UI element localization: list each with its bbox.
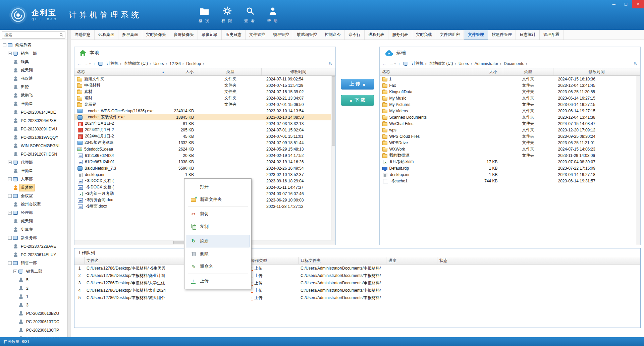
collapse-icon[interactable]: − (8, 194, 12, 198)
tab-实时负载[interactable]: 实时负载 (412, 30, 436, 40)
column-header-类型[interactable]: 类型 (503, 68, 553, 75)
tree-node-PC-20210819WQQY[interactable]: PC-20210819WQQY (0, 133, 67, 141)
tab-服务列表[interactable]: 服务列表 (388, 30, 412, 40)
tree-node-PC-20230613BZU[interactable]: PC-20230613BZU (0, 309, 67, 318)
file-row-desktop.ini[interactable]: desktop.ini1 KB2023-06-14 19:27:18 (380, 171, 636, 178)
tree-node-武鹏飞[interactable]: 武鹏飞 (0, 91, 67, 100)
history-dropdown-icon[interactable]: ▾ (394, 62, 396, 65)
search-input[interactable] (2, 31, 65, 39)
tab-文件管控[interactable]: 文件管控 (246, 30, 269, 40)
column-header-大小[interactable]: 大小 (167, 68, 199, 75)
tree-node-PC-20230722BAVE[interactable]: PC-20230722BAVE (0, 242, 67, 250)
file-row-My Videos[interactable]: My Videos文件夹2023-06-14 19:27:15 (380, 108, 636, 114)
column-header-类型[interactable]: 类型 (199, 68, 262, 75)
file-row-裕财[interactable]: 裕财文件夹2024-02-21 13:34:07 (74, 95, 331, 101)
queue-row-2[interactable]: 2C:/Users/12786/Desktop/申报材料/商业计划↑上传C:/U… (74, 272, 640, 279)
refresh-icon[interactable]: ↻ (329, 61, 333, 66)
tree-node-PC-20230209HDVU[interactable]: PC-20230209HDVU (0, 125, 67, 133)
up-icon[interactable]: ↑ (93, 61, 96, 66)
tree-node-PC-20230206VPXR[interactable]: PC-20230206VPXR (0, 116, 67, 125)
queue-row-4[interactable]: 4C:/Users/12786/Desktop/申报材料/泉山2024↑上传C:… (74, 287, 640, 294)
local-vscrollbar[interactable] (331, 76, 335, 240)
file-row-61f2c867d24b0f[interactable]: 61f2c867d24b0f1338 KB2024-02-19 14:16:26 (74, 159, 331, 165)
tab-录像记录[interactable]: 录像记录 (198, 30, 222, 40)
file-row-~$cache1[interactable]: ~$cache1744 KB2023-06-14 19:31:57 (380, 178, 636, 184)
breadcrumb-item[interactable]: Users (152, 61, 165, 66)
file-row-2024年1月1日-2[interactable]: 2024年1月1日-281 KB2024-07-03 18:32:13 (74, 120, 331, 127)
queue-row-5[interactable]: 5C:/Users/12786/Desktop/申报材料/臧天翔个↑上传C:/U… (74, 294, 640, 301)
tree-node-经理部[interactable]: −经理部 (0, 209, 67, 217)
tree-node-3[interactable]: 3 (0, 301, 67, 309)
download-button[interactable]: « 下 载 (341, 95, 374, 106)
column-header-名称[interactable]: 名称 (380, 68, 472, 75)
file-row-2345加速浏览器[interactable]: 2345加速浏览器1332 KB2024-07-09 18:51:44 (74, 139, 331, 146)
tree-node-PC-20230613CTP[interactable]: PC-20230613CTP (0, 326, 67, 334)
file-row-新建文件夹[interactable]: 新建文件夹文件夹2024-07-11 09:02:54 (74, 76, 331, 82)
tab-敏感词管控[interactable]: 敏感词管控 (293, 30, 321, 40)
column-header-修改时间[interactable]: 修改时间 (553, 68, 641, 75)
tab-进程列表[interactable]: 进程列表 (365, 30, 388, 40)
tab-多屏摄像头[interactable]: 多屏摄像头 (170, 30, 198, 40)
tab-终端信息[interactable]: 终端信息 (71, 30, 95, 40)
tree-node-董梦娇[interactable]: 董梦娇 (0, 183, 67, 192)
column-header-大小[interactable]: 大小 (472, 68, 503, 75)
tab-历史日志[interactable]: 历史日志 (222, 30, 246, 40)
tree-node-会议室[interactable]: −会议室 (0, 192, 67, 200)
tree-node-PC-20230614ELUY[interactable]: PC-20230614ELUY (0, 250, 67, 259)
menu-item-重命名[interactable]: 重命名 (186, 260, 250, 273)
tab-锁屏管控[interactable]: 锁屏管控 (269, 30, 293, 40)
file-row-Default.rdp[interactable]: Default.rdp1 KB2023-07-22 17:15:09 (380, 165, 636, 171)
file-row-WPSDrive[interactable]: WPSDrive文件夹2023-06-25 11:21:01 (380, 139, 636, 146)
file-row-desktop.ini[interactable]: desktop.ini1 KB2023-02-10 13:52:37 (74, 171, 331, 178)
tree-node-田赟[interactable]: 田赟 (0, 83, 67, 91)
tree-node-销售一部[interactable]: −销售一部 (0, 259, 67, 267)
tree-node-张尚星[interactable]: 张尚星 (0, 167, 67, 175)
tree-node-代理部[interactable]: −代理部 (0, 158, 67, 167)
tree-node-张尚星[interactable]: 张尚星 (0, 100, 67, 108)
breadcrumb-item[interactable]: 本地磁盘 (C:) (123, 60, 149, 67)
tab-命令行[interactable]: 命令行 (345, 30, 365, 40)
file-row-申报材料[interactable]: 申报材料文件夹2024-07-15 11:54:29 (74, 82, 331, 89)
tab-管理配置[interactable]: 管理配置 (540, 30, 564, 40)
collapse-icon[interactable]: − (8, 211, 12, 215)
back-icon[interactable]: ← (77, 61, 82, 66)
breadcrumb-item[interactable]: 计算机 (105, 60, 119, 67)
tree-node-PC-20191207HDSN[interactable]: PC-20191207HDSN (0, 150, 67, 158)
file-row-KingsoftData[interactable]: KingsoftData文件夹2023-06-25 11:20:55 (380, 89, 636, 95)
collapse-icon[interactable]: − (8, 161, 12, 164)
breadcrumb-item[interactable]: 本地磁盘 (C:) (428, 60, 454, 67)
tree-node-销售二部[interactable]: −销售二部 (0, 267, 67, 276)
remote-vscrollbar[interactable] (636, 76, 640, 245)
menu-item-打开[interactable]: 打开 (186, 180, 250, 193)
column-header-状态[interactable]: 状态 (437, 257, 640, 264)
refresh-icon[interactable]: ↻ (634, 61, 638, 66)
tab-控制命令[interactable]: 控制命令 (321, 30, 345, 40)
file-row-金展界[interactable]: 金展界文件夹2024-07-01 15:06:50 (74, 101, 331, 108)
breadcrumb-item[interactable]: Administrator (474, 61, 499, 66)
tree-node-WIN-SOF0CMGFGNI[interactable]: WIN-SOF0CMGFGNI (0, 141, 67, 150)
maximize-button[interactable]: □ (620, 0, 632, 8)
tree-node-5[interactable]: 5 (0, 276, 67, 284)
tree-node-钱典[interactable]: 钱典 (0, 58, 67, 66)
menu-item-新建文件夹[interactable]: 新建文件夹 (186, 193, 250, 206)
nav-item-权限[interactable]: 权 限 (221, 6, 233, 23)
file-row-2024年1月1日-2[interactable]: 2024年1月1日-245 KB2024-07-01 15:11:01 (74, 133, 331, 139)
file-row-._cache_安装软件.exe[interactable]: ._cache_安装软件.exe18845 KB2023-02-10 14:08… (74, 114, 331, 120)
minimize-button[interactable]: ─ (608, 0, 620, 8)
tab-软硬件管理[interactable]: 软硬件管理 (488, 30, 516, 40)
file-row-WeChat Files[interactable]: WeChat Files文件夹2024-07-15 14:08:47 (380, 120, 636, 127)
nav-item-概况[interactable]: 概 况 (199, 7, 210, 23)
tree-node-1[interactable]: 1 (0, 292, 67, 301)
queue-row-1[interactable]: 1C:/Users/12786/Desktop/申报材料/~$生优秀↑上传C:/… (74, 265, 640, 272)
collapse-icon[interactable]: − (8, 261, 12, 265)
menu-item-剪切[interactable]: 剪切 (186, 208, 250, 220)
file-row-1[interactable]: 1文件夹2024-07-15 16:10:36 (380, 76, 636, 82)
tree-node-人事部[interactable]: −人事部 (0, 175, 67, 183)
file-row-我的数据源[interactable]: 我的数据源文件夹2023-11-29 14:03:06 (380, 152, 636, 159)
tree-node-史翼睿[interactable]: 史翼睿 (0, 225, 67, 234)
file-row-5dedddc51deaa[interactable]: 5dedddc51deaa2624 KB2024-05-29 15:48:13 (74, 146, 331, 152)
file-row-My Pictures[interactable]: My Pictures文件夹2023-06-14 19:27:15 (380, 101, 636, 108)
tree-node-臧天翔[interactable]: 臧天翔 (0, 217, 67, 225)
tree-node-徐州会议室[interactable]: 徐州会议室 (0, 200, 67, 209)
collapse-icon[interactable]: − (8, 177, 12, 181)
